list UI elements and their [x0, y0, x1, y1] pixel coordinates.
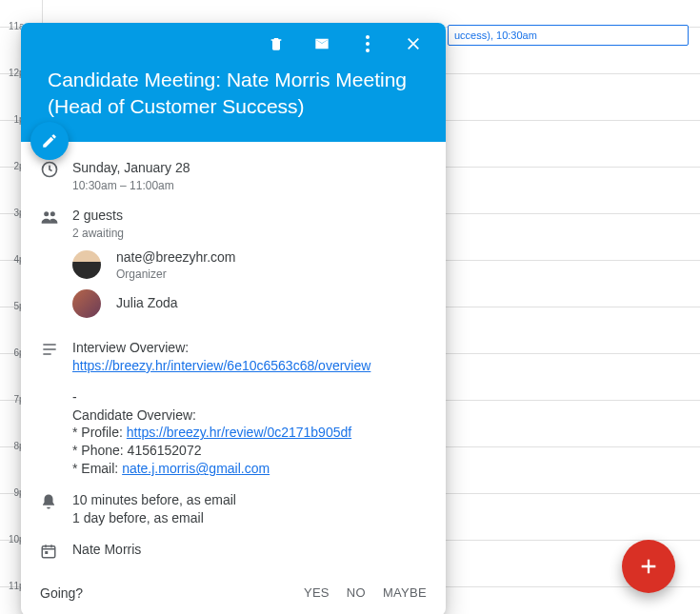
avatar	[72, 250, 101, 279]
bell-icon	[40, 491, 72, 511]
desc-interview-label: Interview Overview:	[72, 339, 427, 357]
guest-row[interactable]: nate@breezyhr.com Organizer	[72, 248, 427, 282]
email-icon[interactable]	[312, 34, 331, 53]
rsvp-yes-button[interactable]: YES	[304, 585, 330, 600]
event-chip-time: 10:30am	[496, 30, 537, 41]
guest-count: 2 guests	[72, 207, 427, 225]
event-details-card: Candidate Meeting: Nate Morris Meeting (…	[21, 23, 446, 614]
reminder-line-1: 10 minutes before, as email	[72, 491, 427, 509]
reminder-line-2: 1 day before, as email	[72, 509, 427, 527]
guest-row[interactable]: Julia Zoda	[72, 289, 427, 318]
event-time: 10:30am – 11:00am	[72, 178, 427, 193]
svg-point-1	[366, 42, 370, 46]
desc-interview-link[interactable]: https://breezy.hr/interview/6e10c6563c68…	[72, 358, 370, 373]
svg-point-0	[366, 35, 370, 39]
guest-name: nate@breezyhr.com	[116, 248, 236, 267]
calendar-name: Nate Morris	[72, 541, 427, 559]
svg-rect-6	[42, 546, 55, 558]
guest-role: Organizer	[116, 267, 236, 282]
rsvp-maybe-button[interactable]: MAYBE	[383, 585, 427, 600]
event-chip-title: uccess),	[454, 30, 493, 41]
delete-icon[interactable]	[267, 34, 286, 53]
rsvp-prompt: Going?	[40, 585, 83, 601]
desc-email-label: * Email:	[72, 461, 122, 476]
desc-dash: -	[72, 388, 427, 406]
desc-profile-label: * Profile:	[72, 425, 127, 440]
avatar	[72, 289, 101, 318]
calendar-icon	[40, 541, 72, 561]
svg-rect-7	[45, 551, 48, 554]
more-options-icon[interactable]	[358, 34, 377, 53]
people-icon	[40, 207, 72, 227]
event-title: Candidate Meeting: Nate Morris Meeting (…	[48, 67, 427, 121]
close-icon[interactable]	[404, 34, 423, 53]
guest-awaiting: 2 awaiting	[72, 226, 427, 241]
svg-point-2	[366, 49, 370, 52]
create-event-button[interactable]	[622, 540, 675, 593]
desc-phone: * Phone: 4156152072	[72, 442, 427, 460]
clock-icon	[40, 159, 72, 179]
svg-point-4	[44, 211, 49, 216]
rsvp-no-button[interactable]: NO	[347, 585, 366, 600]
edit-event-button[interactable]	[30, 122, 69, 160]
calendar-event-chip[interactable]: uccess), 10:30am	[448, 25, 689, 46]
guest-name: Julia Zoda	[116, 294, 178, 312]
desc-profile-link[interactable]: https://breezy.hr/review/0c2171b905df	[127, 425, 351, 440]
svg-point-5	[50, 211, 55, 216]
event-date: Sunday, January 28	[72, 159, 427, 177]
event-details-header: Candidate Meeting: Nate Morris Meeting (…	[21, 23, 446, 142]
desc-candidate-label: Candidate Overview:	[72, 406, 427, 425]
desc-email-link[interactable]: nate.j.morris@gmail.com	[122, 461, 270, 476]
description-icon	[40, 339, 72, 359]
